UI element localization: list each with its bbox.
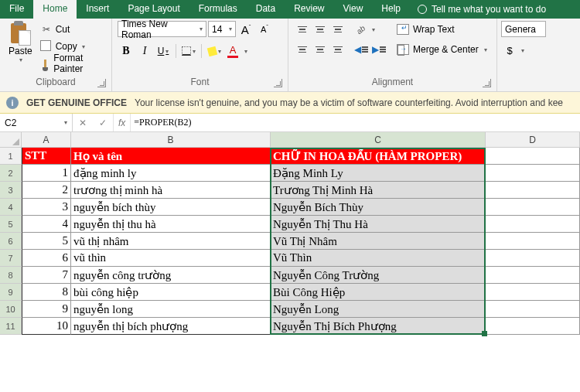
align-center-button[interactable] [312, 41, 329, 58]
tab-help[interactable]: Help [372, 0, 410, 19]
cell[interactable]: Nguyễn Long [271, 301, 486, 318]
cell[interactable]: nguyễn long [71, 301, 271, 318]
cell[interactable]: 1 [22, 165, 71, 182]
cell[interactable]: Bùi Công Hiệp [271, 284, 486, 301]
cell[interactable]: 8 [22, 284, 71, 301]
cell[interactable]: 2 [22, 182, 71, 199]
enter-formula-button[interactable]: ✓ [93, 118, 113, 128]
row-header[interactable]: 3 [0, 182, 22, 199]
align-top-button[interactable] [294, 21, 311, 38]
row-header[interactable]: 11 [0, 318, 22, 335]
cell[interactable]: bùi công hiệp [71, 284, 271, 301]
number-format-select[interactable]: Genera [501, 21, 546, 37]
cell[interactable]: 10 [22, 318, 71, 335]
dialog-launcher-icon[interactable] [274, 79, 282, 87]
currency-button[interactable]: $ [501, 42, 518, 59]
font-size-select[interactable]: 14▾ [208, 21, 236, 37]
chevron-down-icon[interactable]: ▾ [244, 48, 247, 55]
dialog-launcher-icon[interactable] [97, 79, 106, 87]
italic-button[interactable]: I [136, 43, 153, 60]
cut-button[interactable]: ✂ Cut [40, 21, 106, 38]
merge-center-button[interactable]: Merge & Center▾ [394, 41, 490, 58]
cell[interactable]: đặng minh ly [71, 165, 271, 182]
tab-insert[interactable]: Insert [77, 0, 118, 19]
col-header-A[interactable]: A [22, 132, 71, 148]
tab-home[interactable]: Home [33, 0, 77, 19]
fx-icon[interactable]: fx [114, 118, 130, 128]
cell[interactable]: Vũ Thị Nhâm [271, 233, 486, 250]
cell[interactable]: Họ và tên [71, 148, 271, 165]
font-name-select[interactable]: Times New Roman▾ [118, 21, 206, 37]
cell[interactable]: Đặng Minh Ly [271, 165, 486, 182]
align-middle-button[interactable] [312, 21, 329, 38]
cell[interactable] [486, 233, 580, 250]
formula-input[interactable]: =PROPER(B2) [131, 117, 194, 128]
col-header-D[interactable]: D [486, 132, 580, 148]
tell-me-search[interactable]: Tell me what you want to do [410, 0, 554, 19]
row-header[interactable]: 6 [0, 233, 22, 250]
dialog-launcher-icon[interactable] [483, 79, 491, 87]
cell[interactable]: Vũ Thìn [271, 250, 486, 267]
cell[interactable]: Nguyễn Công Trường [271, 267, 486, 284]
bold-button[interactable]: B [118, 43, 135, 60]
cell[interactable] [486, 148, 580, 165]
cell[interactable] [486, 267, 580, 284]
cell[interactable] [486, 182, 580, 199]
cell[interactable]: nguyễn công trường [71, 267, 271, 284]
cell[interactable]: vũ thị nhâm [71, 233, 271, 250]
cell[interactable]: trương thị minh hà [71, 182, 271, 199]
row-header[interactable]: 1 [0, 148, 22, 165]
decrease-indent-button[interactable]: ◀ [353, 41, 370, 58]
cell[interactable]: 9 [22, 301, 71, 318]
increase-indent-button[interactable]: ▶ [370, 41, 387, 58]
row-header[interactable]: 7 [0, 250, 22, 267]
wrap-text-button[interactable]: Wrap Text [394, 21, 490, 38]
row-header[interactable]: 8 [0, 267, 22, 284]
chevron-down-icon[interactable]: ▾ [521, 47, 524, 54]
cell[interactable]: 7 [22, 267, 71, 284]
cell[interactable]: nguyễn thị bích phượng [71, 318, 271, 335]
tab-formulas[interactable]: Formulas [189, 0, 247, 19]
border-button[interactable]: ▾ [180, 43, 197, 60]
col-header-C[interactable]: C [271, 132, 486, 148]
cell[interactable]: nguyễn bích thùy [71, 199, 271, 216]
tab-page-layout[interactable]: Page Layout [118, 0, 189, 19]
cancel-formula-button[interactable]: ✕ [73, 118, 93, 128]
cell[interactable]: 4 [22, 216, 71, 233]
cell[interactable] [486, 301, 580, 318]
select-all-button[interactable] [0, 132, 22, 148]
tab-file[interactable]: File [0, 0, 33, 19]
row-header[interactable]: 9 [0, 284, 22, 301]
tab-data[interactable]: Data [247, 0, 285, 19]
underline-button[interactable]: U▾ [155, 43, 172, 60]
paste-button[interactable]: Paste ▾ [5, 21, 36, 63]
increase-font-button[interactable]: Aˆ [237, 21, 254, 38]
row-header[interactable]: 2 [0, 165, 22, 182]
cell[interactable]: 5 [22, 233, 71, 250]
align-bottom-button[interactable] [329, 21, 346, 38]
cell[interactable] [486, 165, 580, 182]
cell[interactable]: CHỮ IN HOA ĐẦU (HÀM PROPER) [271, 148, 486, 165]
col-header-B[interactable]: B [71, 132, 271, 148]
fill-color-button[interactable]: ▾ [206, 43, 223, 60]
tab-review[interactable]: Review [285, 0, 333, 19]
row-header[interactable]: 10 [0, 301, 22, 318]
cell[interactable] [486, 318, 580, 335]
cell[interactable]: nguyễn thị thu hà [71, 216, 271, 233]
font-color-button[interactable]: A [224, 43, 241, 60]
align-left-button[interactable] [294, 41, 311, 58]
row-header[interactable]: 5 [0, 216, 22, 233]
cell[interactable]: Trương Thị Minh Hà [271, 182, 486, 199]
cell[interactable]: vũ thìn [71, 250, 271, 267]
cell[interactable]: Nguyễn Thị Thu Hà [271, 216, 486, 233]
cell[interactable]: Nguyễn Thị Bích Phượng [271, 318, 486, 335]
name-box[interactable]: C2▾ [0, 114, 73, 131]
row-header[interactable]: 4 [0, 199, 22, 216]
orientation-button[interactable] [353, 21, 370, 38]
format-painter-button[interactable]: Format Painter [40, 55, 106, 72]
cell[interactable]: 3 [22, 199, 71, 216]
align-right-button[interactable] [329, 41, 346, 58]
cell[interactable] [486, 284, 580, 301]
chevron-down-icon[interactable]: ▾ [372, 26, 375, 33]
cell[interactable] [486, 199, 580, 216]
